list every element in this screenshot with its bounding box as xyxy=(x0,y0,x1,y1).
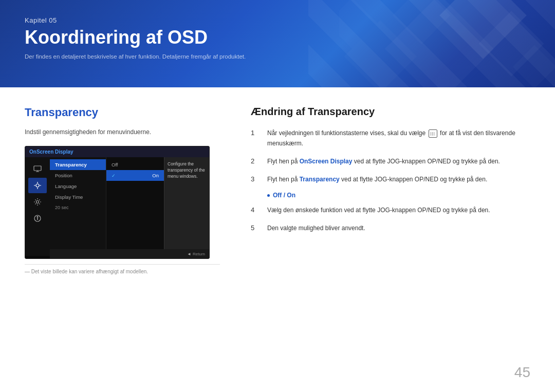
osd-icon-info xyxy=(28,211,47,226)
svg-rect-0 xyxy=(34,166,41,171)
return-arrow-icon: ◄ xyxy=(187,252,191,256)
step-2-highlight: OnScreen Display xyxy=(300,158,353,165)
steps-list: 1 Når vejledningen til funktionstasterne… xyxy=(251,128,530,234)
step-4: 4 Vælg den ønskede funktion ved at flytt… xyxy=(251,205,530,216)
step-5-number: 5 xyxy=(251,223,260,234)
section-description: Indstil gennemsigtigheden for menuvindue… xyxy=(25,127,220,137)
info-icon xyxy=(33,214,42,222)
osd-value-on: ✓ On xyxy=(106,170,164,181)
function-icon: ||| xyxy=(429,129,437,138)
step-3-highlight: Transparency xyxy=(300,176,340,183)
step-1-number: 1 xyxy=(251,128,260,139)
page-number: 45 xyxy=(514,364,530,381)
osd-values-panel: Off ✓ On xyxy=(106,157,164,256)
step-2-number: 2 xyxy=(251,156,260,167)
svg-point-3 xyxy=(36,184,39,187)
osd-check-icon: ✓ xyxy=(112,173,116,178)
step-1: 1 Når vejledningen til funktionstasterne… xyxy=(251,128,530,149)
crosshair-icon xyxy=(33,181,42,190)
step-3-text: Flyt hen på Transparency ved at flytte J… xyxy=(267,174,530,184)
osd-menu-item-position: Position xyxy=(50,170,106,181)
header-decoration xyxy=(339,0,555,87)
osd-icon-settings xyxy=(28,194,47,210)
bullet-list: Off / On xyxy=(267,192,530,199)
image-note: ― Det viste billede kan variere afhængig… xyxy=(25,264,220,274)
osd-top-bar: OnScreen Display xyxy=(25,146,209,157)
svg-point-8 xyxy=(36,201,39,203)
step-5-text: Den valgte mulighed bliver anvendt. xyxy=(267,223,530,233)
osd-icon-monitor xyxy=(28,161,47,177)
step-3-number: 3 xyxy=(251,174,260,185)
osd-menu-item-transparency: Transparency xyxy=(50,159,106,170)
section-title-transparency: Transparency xyxy=(25,106,220,119)
osd-icon-sidebar xyxy=(25,157,50,256)
bullet-item-off-on: Off / On xyxy=(267,192,530,199)
osd-menu-item-language: Language xyxy=(50,181,106,192)
section-heading-right: Ændring af Transparency xyxy=(251,106,530,118)
osd-menu-panel: Transparency Position Language Display T… xyxy=(50,157,106,256)
step-4-number: 4 xyxy=(251,205,260,216)
osd-top-label: OnScreen Display xyxy=(29,149,73,155)
osd-menu-item-displaytime: Display Time xyxy=(50,192,106,202)
page-header: Kapitel 05 Koordinering af OSD Der finde… xyxy=(0,0,555,87)
main-content: Transparency Indstil gennemsigtigheden f… xyxy=(0,87,555,287)
gear-icon xyxy=(33,198,42,206)
osd-info-text: Configure the transparency of the menu w… xyxy=(168,161,205,179)
step-5: 5 Den valgte mulighed bliver anvendt. xyxy=(251,223,530,234)
osd-icon-position xyxy=(28,178,47,193)
osd-body: Transparency Position Language Display T… xyxy=(25,157,209,256)
left-column: Transparency Indstil gennemsigtigheden f… xyxy=(25,106,220,274)
right-column: Ændring af Transparency 1 Når vejledning… xyxy=(251,106,530,274)
svg-point-11 xyxy=(37,216,38,217)
bullet-label: Off / On xyxy=(273,192,295,199)
osd-value-off: Off xyxy=(106,159,164,170)
step-4-text: Vælg den ønskede funktion ved at flytte … xyxy=(267,205,530,215)
osd-bottom-bar: ◄ Return xyxy=(50,249,209,258)
osd-screen-mockup: OnScreen Display xyxy=(25,146,210,259)
osd-info-panel: Configure the transparency of the menu w… xyxy=(164,157,209,256)
step-2: 2 Flyt hen på OnScreen Display ved at fl… xyxy=(251,156,530,167)
step-1-text: Når vejledningen til funktionstasterne v… xyxy=(267,128,530,149)
step-2-text: Flyt hen på OnScreen Display ved at flyt… xyxy=(267,156,530,166)
osd-menu-item-displaytime-value: 20 sec xyxy=(50,202,106,213)
step-3: 3 Flyt hen på Transparency ved at flytte… xyxy=(251,174,530,185)
monitor-icon xyxy=(33,165,42,173)
bullet-dot-icon xyxy=(267,194,270,197)
osd-return-label: ◄ Return xyxy=(187,252,205,256)
